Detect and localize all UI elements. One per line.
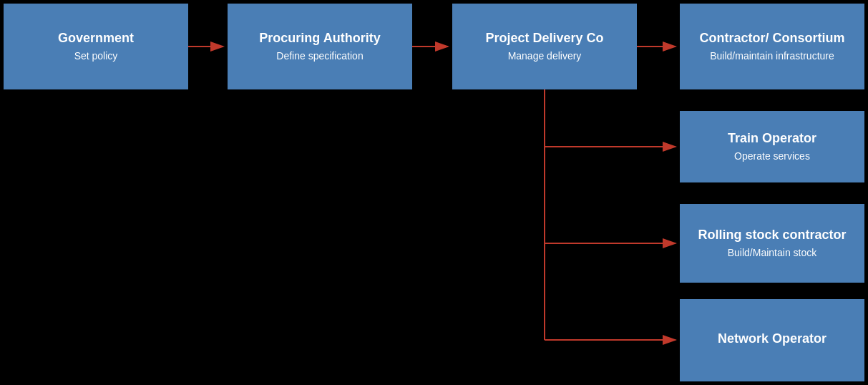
government-subtitle: Set policy bbox=[74, 49, 118, 62]
train-operator-box: Train Operator Operate services bbox=[680, 111, 864, 182]
government-title: Government bbox=[58, 31, 134, 47]
contractor-box: Contractor/ Consortium Build/maintain in… bbox=[680, 4, 864, 89]
network-operator-box: Network Operator bbox=[680, 299, 864, 381]
contractor-subtitle: Build/maintain infrastructure bbox=[710, 49, 834, 62]
rolling-stock-title: Rolling stock contractor bbox=[698, 228, 846, 243]
contractor-title: Contractor/ Consortium bbox=[699, 31, 844, 47]
procuring-title: Procuring Authority bbox=[259, 31, 380, 47]
rolling-stock-box: Rolling stock contractor Build/Maintain … bbox=[680, 204, 864, 283]
procuring-subtitle: Define specification bbox=[276, 49, 363, 62]
procuring-authority-box: Procuring Authority Define specification bbox=[228, 4, 412, 89]
project-delivery-title: Project Delivery Co bbox=[485, 31, 603, 47]
network-operator-title: Network Operator bbox=[718, 331, 826, 347]
government-box: Government Set policy bbox=[4, 4, 188, 89]
train-operator-subtitle: Operate services bbox=[734, 150, 810, 162]
diagram: Government Set policy Procuring Authorit… bbox=[0, 0, 868, 385]
rolling-stock-subtitle: Build/Maintain stock bbox=[728, 246, 817, 259]
project-delivery-subtitle: Manage delivery bbox=[508, 49, 582, 62]
train-operator-title: Train Operator bbox=[728, 131, 816, 147]
project-delivery-box: Project Delivery Co Manage delivery bbox=[452, 4, 637, 89]
